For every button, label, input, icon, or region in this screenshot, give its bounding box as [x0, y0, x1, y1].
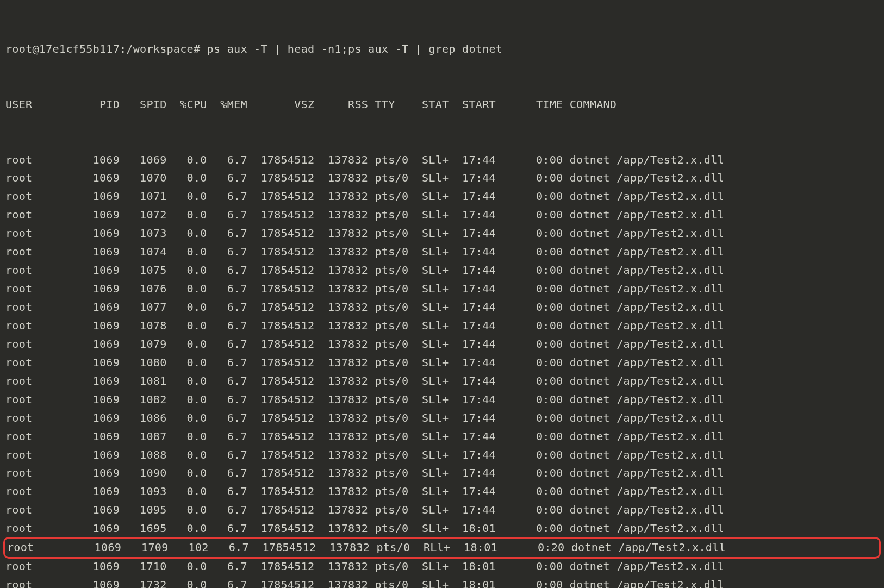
ps-row: root 1069 1695 0.0 6.7 17854512 137832 p… [5, 520, 879, 538]
ps-row: root 1069 1077 0.0 6.7 17854512 137832 p… [5, 298, 879, 317]
ps-row: root 1069 1072 0.0 6.7 17854512 137832 p… [5, 206, 879, 224]
prompt-line: root@17e1cf55b117:/workspace# ps aux -T … [5, 40, 879, 59]
ps-row: root 1069 1070 0.0 6.7 17854512 137832 p… [5, 169, 879, 187]
ps-row: root 1069 1093 0.0 6.7 17854512 137832 p… [5, 483, 879, 501]
ps-row: root 1069 1081 0.0 6.7 17854512 137832 p… [5, 372, 879, 391]
ps-row: root 1069 1075 0.0 6.7 17854512 137832 p… [5, 261, 879, 280]
ps-header: USER PID SPID %CPU %MEM VSZ RSS TTY STAT… [5, 96, 879, 114]
highlight-box: root 1069 1709 102 6.7 17854512 137832 p… [3, 537, 881, 559]
ps-row: root 1069 1074 0.0 6.7 17854512 137832 p… [5, 243, 879, 261]
ps-row: root 1069 1082 0.0 6.7 17854512 137832 p… [5, 391, 879, 409]
ps-row: root 1069 1078 0.0 6.7 17854512 137832 p… [5, 317, 879, 335]
ps-row: root 1069 1095 0.0 6.7 17854512 137832 p… [5, 501, 879, 520]
ps-row: root 1069 1069 0.0 6.7 17854512 137832 p… [5, 151, 879, 170]
ps-row: root 1069 1079 0.0 6.7 17854512 137832 p… [5, 335, 879, 354]
ps-row: root 1069 1080 0.0 6.7 17854512 137832 p… [5, 354, 879, 372]
ps-row: root 1069 1709 102 6.7 17854512 137832 p… [7, 539, 877, 557]
ps-rows: root 1069 1069 0.0 6.7 17854512 137832 p… [5, 151, 879, 589]
ps-row: root 1069 1086 0.0 6.7 17854512 137832 p… [5, 409, 879, 428]
terminal[interactable]: root@17e1cf55b117:/workspace# ps aux -T … [0, 0, 884, 588]
ps-row: root 1069 1073 0.0 6.7 17854512 137832 p… [5, 224, 879, 243]
ps-row: root 1069 1076 0.0 6.7 17854512 137832 p… [5, 280, 879, 298]
ps-row: root 1069 1090 0.0 6.7 17854512 137832 p… [5, 464, 879, 483]
ps-row: root 1069 1071 0.0 6.7 17854512 137832 p… [5, 187, 879, 206]
ps-row: root 1069 1088 0.0 6.7 17854512 137832 p… [5, 446, 879, 465]
ps-row: root 1069 1087 0.0 6.7 17854512 137832 p… [5, 428, 879, 446]
ps-row: root 1069 1710 0.0 6.7 17854512 137832 p… [5, 558, 879, 576]
ps-row: root 1069 1732 0.0 6.7 17854512 137832 p… [5, 576, 879, 588]
